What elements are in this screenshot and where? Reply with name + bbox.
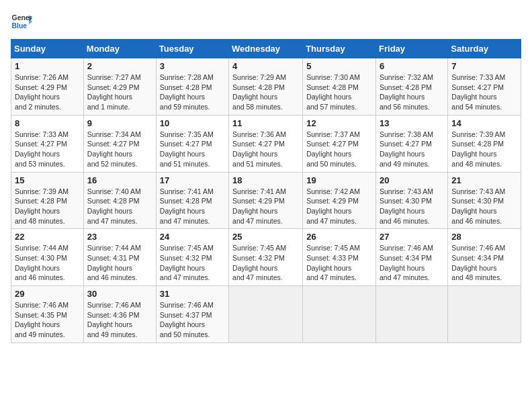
column-header-sunday: Sunday (11, 40, 84, 58)
day-info: Sunrise: 7:38 AMSunset: 4:27 PMDaylight … (380, 130, 444, 169)
calendar-cell: 23Sunrise: 7:44 AMSunset: 4:31 PMDayligh… (83, 229, 156, 286)
calendar-cell (448, 286, 521, 343)
day-info: Sunrise: 7:45 AMSunset: 4:33 PMDaylight … (306, 243, 372, 283)
calendar-cell (303, 286, 376, 343)
day-info: Sunrise: 7:40 AMSunset: 4:28 PMDaylight … (87, 187, 152, 226)
day-number: 12 (306, 118, 372, 128)
calendar-cell: 20Sunrise: 7:43 AMSunset: 4:30 PMDayligh… (376, 172, 448, 229)
column-header-tuesday: Tuesday (156, 40, 228, 58)
day-info: Sunrise: 7:32 AMSunset: 4:28 PMDaylight … (380, 73, 444, 112)
day-number: 28 (451, 232, 517, 242)
day-info: Sunrise: 7:37 AMSunset: 4:27 PMDaylight … (306, 130, 372, 169)
day-info: Sunrise: 7:41 AMSunset: 4:28 PMDaylight … (160, 187, 225, 226)
day-number: 18 (232, 175, 299, 185)
calendar-cell: 26Sunrise: 7:45 AMSunset: 4:33 PMDayligh… (303, 229, 376, 286)
svg-text:Blue: Blue (12, 22, 28, 30)
day-info: Sunrise: 7:45 AMSunset: 4:32 PMDaylight … (160, 243, 225, 283)
calendar-cell: 30Sunrise: 7:46 AMSunset: 4:36 PMDayligh… (83, 286, 156, 343)
day-info: Sunrise: 7:44 AMSunset: 4:30 PMDaylight … (15, 243, 80, 283)
day-info: Sunrise: 7:43 AMSunset: 4:30 PMDaylight … (380, 187, 444, 226)
calendar-cell: 16Sunrise: 7:40 AMSunset: 4:28 PMDayligh… (83, 172, 156, 229)
day-number: 21 (451, 175, 517, 185)
calendar-cell: 8Sunrise: 7:33 AMSunset: 4:27 PMDaylight… (11, 115, 84, 172)
day-number: 24 (160, 232, 225, 242)
day-number: 30 (87, 289, 152, 299)
day-number: 4 (232, 61, 299, 71)
day-number: 14 (451, 118, 517, 128)
week-row-3: 15Sunrise: 7:39 AMSunset: 4:28 PMDayligh… (11, 172, 521, 229)
column-header-monday: Monday (83, 40, 156, 58)
day-number: 27 (380, 232, 444, 242)
day-number: 16 (87, 175, 152, 185)
day-info: Sunrise: 7:46 AMSunset: 4:37 PMDaylight … (160, 300, 225, 340)
calendar-cell: 3Sunrise: 7:28 AMSunset: 4:28 PMDaylight… (156, 58, 228, 116)
calendar-cell: 28Sunrise: 7:46 AMSunset: 4:34 PMDayligh… (448, 229, 521, 286)
day-number: 31 (160, 289, 225, 299)
calendar-cell: 10Sunrise: 7:35 AMSunset: 4:27 PMDayligh… (156, 115, 228, 172)
day-number: 25 (232, 232, 299, 242)
calendar-cell: 4Sunrise: 7:29 AMSunset: 4:28 PMDaylight… (229, 58, 303, 116)
calendar-cell: 1Sunrise: 7:26 AMSunset: 4:29 PMDaylight… (11, 58, 84, 116)
day-info: Sunrise: 7:35 AMSunset: 4:27 PMDaylight … (160, 130, 225, 169)
column-header-wednesday: Wednesday (229, 40, 303, 58)
day-info: Sunrise: 7:34 AMSunset: 4:27 PMDaylight … (87, 130, 152, 169)
calendar-cell: 6Sunrise: 7:32 AMSunset: 4:28 PMDaylight… (376, 58, 448, 116)
calendar-cell: 27Sunrise: 7:46 AMSunset: 4:34 PMDayligh… (376, 229, 448, 286)
day-number: 11 (232, 118, 299, 128)
calendar-cell: 31Sunrise: 7:46 AMSunset: 4:37 PMDayligh… (156, 286, 228, 343)
calendar-cell: 19Sunrise: 7:42 AMSunset: 4:29 PMDayligh… (303, 172, 376, 229)
day-number: 13 (380, 118, 444, 128)
week-row-5: 29Sunrise: 7:46 AMSunset: 4:35 PMDayligh… (11, 286, 521, 343)
day-number: 6 (380, 61, 444, 71)
week-row-2: 8Sunrise: 7:33 AMSunset: 4:27 PMDaylight… (11, 115, 521, 172)
day-info: Sunrise: 7:30 AMSunset: 4:28 PMDaylight … (306, 73, 372, 112)
day-number: 1 (15, 61, 80, 71)
calendar-cell: 2Sunrise: 7:27 AMSunset: 4:29 PMDaylight… (83, 58, 156, 116)
day-info: Sunrise: 7:33 AMSunset: 4:27 PMDaylight … (451, 73, 517, 112)
day-number: 20 (380, 175, 444, 185)
calendar-cell: 25Sunrise: 7:45 AMSunset: 4:32 PMDayligh… (229, 229, 303, 286)
calendar-cell: 18Sunrise: 7:41 AMSunset: 4:29 PMDayligh… (229, 172, 303, 229)
day-info: Sunrise: 7:41 AMSunset: 4:29 PMDaylight … (232, 187, 299, 226)
column-header-thursday: Thursday (303, 40, 376, 58)
day-info: Sunrise: 7:43 AMSunset: 4:30 PMDaylight … (451, 187, 517, 226)
day-info: Sunrise: 7:39 AMSunset: 4:28 PMDaylight … (15, 187, 80, 226)
calendar-cell: 24Sunrise: 7:45 AMSunset: 4:32 PMDayligh… (156, 229, 228, 286)
calendar-cell: 14Sunrise: 7:39 AMSunset: 4:28 PMDayligh… (448, 115, 521, 172)
day-info: Sunrise: 7:45 AMSunset: 4:32 PMDaylight … (232, 243, 299, 283)
day-number: 9 (87, 118, 152, 128)
day-number: 15 (15, 175, 80, 185)
day-info: Sunrise: 7:42 AMSunset: 4:29 PMDaylight … (306, 187, 372, 226)
day-number: 29 (15, 289, 80, 299)
calendar-cell (229, 286, 303, 343)
day-info: Sunrise: 7:33 AMSunset: 4:27 PMDaylight … (15, 130, 80, 169)
day-number: 5 (306, 61, 372, 71)
calendar-cell: 21Sunrise: 7:43 AMSunset: 4:30 PMDayligh… (448, 172, 521, 229)
day-number: 2 (87, 61, 152, 71)
day-info: Sunrise: 7:26 AMSunset: 4:29 PMDaylight … (15, 73, 80, 112)
calendar-cell: 22Sunrise: 7:44 AMSunset: 4:30 PMDayligh… (11, 229, 84, 286)
page-header: General Blue (11, 11, 521, 32)
day-number: 22 (15, 232, 80, 242)
day-info: Sunrise: 7:36 AMSunset: 4:27 PMDaylight … (232, 130, 299, 169)
calendar-cell: 13Sunrise: 7:38 AMSunset: 4:27 PMDayligh… (376, 115, 448, 172)
day-info: Sunrise: 7:46 AMSunset: 4:34 PMDaylight … (451, 243, 517, 283)
day-number: 7 (451, 61, 517, 71)
calendar-cell: 7Sunrise: 7:33 AMSunset: 4:27 PMDaylight… (448, 58, 521, 116)
day-info: Sunrise: 7:29 AMSunset: 4:28 PMDaylight … (232, 73, 299, 112)
calendar-cell: 11Sunrise: 7:36 AMSunset: 4:27 PMDayligh… (229, 115, 303, 172)
week-row-1: 1Sunrise: 7:26 AMSunset: 4:29 PMDaylight… (11, 58, 521, 116)
column-header-saturday: Saturday (448, 40, 521, 58)
day-info: Sunrise: 7:44 AMSunset: 4:31 PMDaylight … (87, 243, 152, 283)
day-info: Sunrise: 7:28 AMSunset: 4:28 PMDaylight … (160, 73, 225, 112)
logo-icon: General Blue (11, 11, 32, 32)
calendar-cell (376, 286, 448, 343)
calendar-cell: 17Sunrise: 7:41 AMSunset: 4:28 PMDayligh… (156, 172, 228, 229)
day-number: 17 (160, 175, 225, 185)
day-info: Sunrise: 7:46 AMSunset: 4:35 PMDaylight … (15, 300, 80, 340)
calendar-table: SundayMondayTuesdayWednesdayThursdayFrid… (11, 39, 521, 343)
week-row-4: 22Sunrise: 7:44 AMSunset: 4:30 PMDayligh… (11, 229, 521, 286)
day-info: Sunrise: 7:46 AMSunset: 4:36 PMDaylight … (87, 300, 152, 340)
logo: General Blue (11, 11, 32, 32)
calendar-cell: 5Sunrise: 7:30 AMSunset: 4:28 PMDaylight… (303, 58, 376, 116)
